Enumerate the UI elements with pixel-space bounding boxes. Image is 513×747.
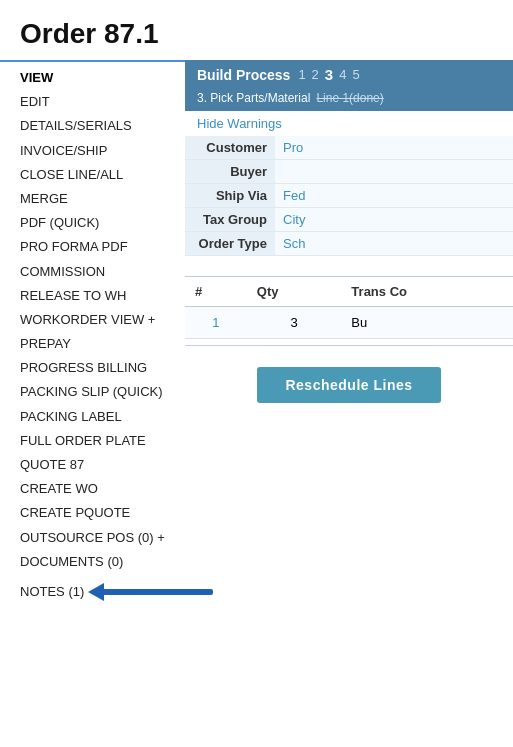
table-row: 1 3 Bu <box>185 307 513 339</box>
page-header: Order 87.1 <box>0 0 513 60</box>
sidebar-item-close-line-all[interactable]: CLOSE LINE/ALL <box>20 163 185 187</box>
col-qty: Qty <box>247 277 342 307</box>
sidebar-item-notes[interactable]: NOTES (1) <box>20 580 84 604</box>
ship-via-value: Fed <box>275 184 513 208</box>
sidebar-item-prepay[interactable]: PREPAY <box>20 332 185 356</box>
subtitle-done-label: Line 1(done) <box>316 91 383 105</box>
sidebar-item-packing-slip-quick[interactable]: PACKING SLIP (QUICK) <box>20 380 185 404</box>
data-table-header-row: # Qty Trans Co <box>185 277 513 307</box>
bottom-section: Reschedule Lines <box>185 352 513 423</box>
sidebar-item-create-wo[interactable]: CREATE WO <box>20 477 185 501</box>
step-1[interactable]: 1 <box>298 67 305 82</box>
step-2[interactable]: 2 <box>312 67 319 82</box>
data-table-wrap: # Qty Trans Co 1 3 Bu <box>185 276 513 339</box>
row-qty: 3 <box>247 307 342 339</box>
customer-label: Customer <box>185 136 275 160</box>
svg-marker-1 <box>88 583 104 601</box>
info-row-customer: Customer Pro <box>185 136 513 160</box>
sidebar-item-invoice-ship[interactable]: INVOICE/SHIP <box>20 139 185 163</box>
row-num[interactable]: 1 <box>185 307 247 339</box>
sidebar-item-documents[interactable]: DOCUMENTS (0) <box>20 550 185 574</box>
sidebar-item-merge[interactable]: MERGE <box>20 187 185 211</box>
info-row-order-type: Order Type Sch <box>185 232 513 256</box>
sidebar-item-edit[interactable]: EDIT <box>20 90 185 114</box>
page-title: Order 87.1 <box>20 18 493 50</box>
sidebar-item-packing-label[interactable]: PACKING LABEL <box>20 405 185 429</box>
sidebar-item-outsource-pos[interactable]: OUTSOURCE POS (0) + <box>20 526 185 550</box>
sidebar-item-workorder-view[interactable]: WORKORDER VIEW + <box>20 308 185 332</box>
subtitle-step-label: 3. Pick Parts/Material <box>197 91 310 105</box>
sidebar-item-progress-billing[interactable]: PROGRESS BILLING <box>20 356 185 380</box>
sidebar-item-create-pquote[interactable]: CREATE PQUOTE <box>20 501 185 525</box>
sidebar-item-pdf-quick[interactable]: PDF (QUICK) <box>20 211 185 235</box>
build-process-subtitle: 3. Pick Parts/Material Line 1(done) <box>185 89 513 111</box>
info-row-ship-via: Ship Via Fed <box>185 184 513 208</box>
reschedule-lines-button[interactable]: Reschedule Lines <box>257 367 440 403</box>
tax-group-label: Tax Group <box>185 208 275 232</box>
row-trans-co: Bu <box>341 307 513 339</box>
main-content: Build Process 1 2 3 4 5 3. Pick Parts/Ma… <box>185 60 513 610</box>
sidebar-item-view[interactable]: VIEW <box>20 66 185 90</box>
main-layout: VIEW EDIT DETAILS/SERIALS INVOICE/SHIP C… <box>0 60 513 610</box>
sidebar-item-full-order-plate[interactable]: FULL ORDER PLATE <box>20 429 185 453</box>
build-process-header: Build Process 1 2 3 4 5 <box>185 60 513 89</box>
buyer-label: Buyer <box>185 160 275 184</box>
info-table-wrap: Customer Pro Buyer Ship Via Fed Tax Grou… <box>185 136 513 266</box>
info-row-tax-group: Tax Group City <box>185 208 513 232</box>
build-process-steps: 1 2 3 4 5 <box>298 66 359 83</box>
ship-via-label: Ship Via <box>185 184 275 208</box>
sidebar-item-pro-forma-pdf[interactable]: PRO FORMA PDF <box>20 235 185 259</box>
customer-value: Pro <box>275 136 513 160</box>
tax-group-value: City <box>275 208 513 232</box>
hide-warnings-link[interactable]: Hide Warnings <box>185 111 513 136</box>
step-3-active[interactable]: 3 <box>325 66 333 83</box>
sidebar-item-notes-row: NOTES (1) <box>20 574 185 610</box>
divider <box>185 345 513 346</box>
sidebar-item-release-to-wh[interactable]: RELEASE TO WH <box>20 284 185 308</box>
svg-rect-0 <box>98 589 213 595</box>
order-type-value: Sch <box>275 232 513 256</box>
info-table: Customer Pro Buyer Ship Via Fed Tax Grou… <box>185 136 513 256</box>
buyer-value <box>275 160 513 184</box>
info-row-buyer: Buyer <box>185 160 513 184</box>
order-type-label: Order Type <box>185 232 275 256</box>
col-trans-co: Trans Co <box>341 277 513 307</box>
sidebar: VIEW EDIT DETAILS/SERIALS INVOICE/SHIP C… <box>0 60 185 610</box>
sidebar-item-commission[interactable]: COMMISSION <box>20 260 185 284</box>
sidebar-item-quote-87[interactable]: QUOTE 87 <box>20 453 185 477</box>
notes-arrow <box>88 581 223 603</box>
sidebar-item-details-serials[interactable]: DETAILS/SERIALS <box>20 114 185 138</box>
step-5[interactable]: 5 <box>352 67 359 82</box>
step-4[interactable]: 4 <box>339 67 346 82</box>
arrow-icon <box>88 581 223 603</box>
col-num: # <box>185 277 247 307</box>
data-table: # Qty Trans Co 1 3 Bu <box>185 276 513 339</box>
build-process-title: Build Process <box>197 67 290 83</box>
